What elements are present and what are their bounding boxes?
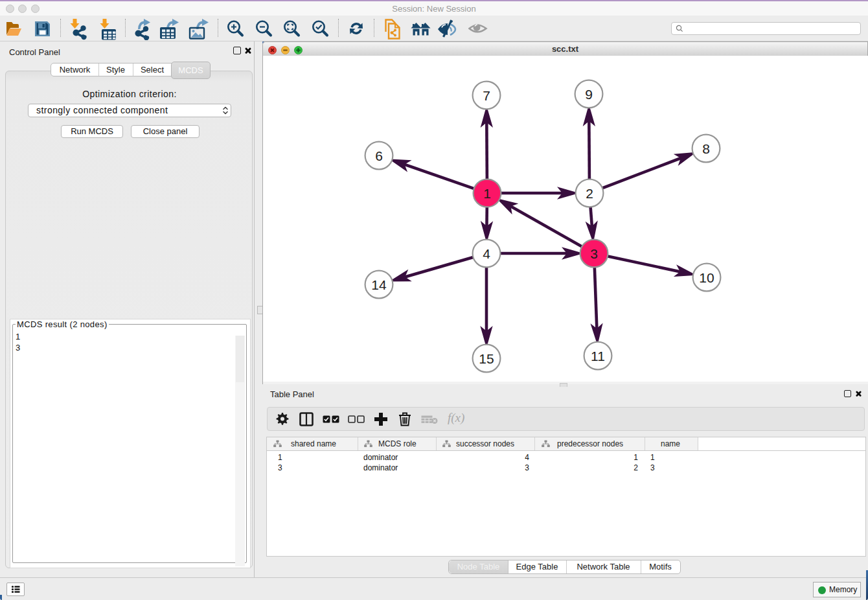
svg-text:11: 11 — [591, 349, 605, 363]
svg-text:6: 6 — [375, 148, 383, 163]
svg-text:9: 9 — [585, 87, 593, 102]
svg-text:8: 8 — [702, 141, 710, 156]
svg-text:3: 3 — [590, 246, 598, 261]
svg-text:4: 4 — [483, 246, 490, 261]
svg-text:7: 7 — [483, 88, 490, 103]
svg-text:15: 15 — [479, 351, 494, 366]
svg-text:14: 14 — [371, 277, 387, 292]
svg-text:10: 10 — [699, 270, 714, 285]
svg-text:1: 1 — [483, 186, 491, 201]
svg-text:2: 2 — [586, 186, 593, 201]
